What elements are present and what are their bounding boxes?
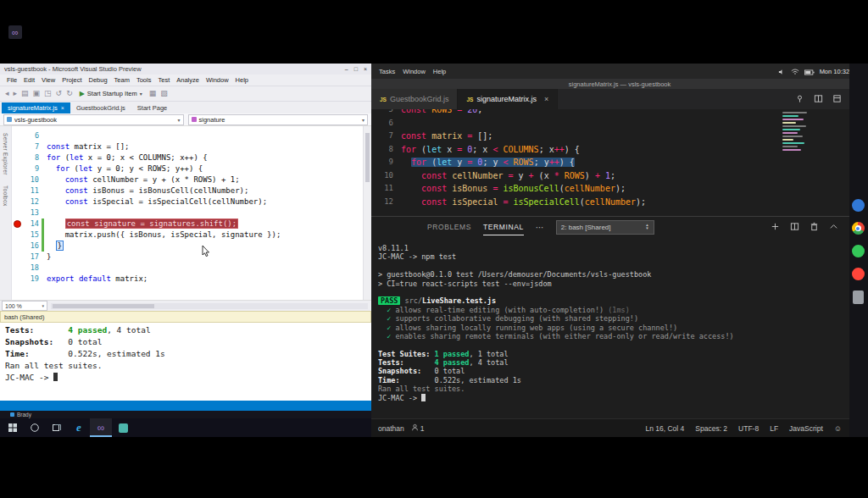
maximize-panel-icon[interactable] bbox=[829, 219, 838, 235]
mac-menu-window[interactable]: Window bbox=[403, 68, 426, 75]
line-number: 6 bbox=[371, 117, 401, 130]
feedback-smiley-icon[interactable]: ☺ bbox=[834, 424, 842, 433]
status-item-ln-16-col-4[interactable]: Ln 16, Col 4 bbox=[645, 424, 684, 433]
vs-menu-help[interactable]: Help bbox=[232, 76, 252, 84]
close-button[interactable]: × bbox=[364, 66, 367, 72]
chrome-icon[interactable] bbox=[852, 222, 865, 235]
shared-terminal-header[interactable]: bash (Shared) bbox=[0, 311, 371, 323]
solution-explorer-icon[interactable]: ▦ bbox=[149, 90, 157, 97]
app-icon-green[interactable] bbox=[852, 245, 865, 257]
start-debugging-button[interactable]: ▶ Start Startup Item ▾ bbox=[77, 90, 145, 97]
mac-menu-help[interactable]: Help bbox=[433, 68, 446, 75]
breakpoint-dot bbox=[14, 220, 21, 228]
app-icon-red[interactable] bbox=[852, 268, 865, 280]
zoom-control[interactable]: 100 % ▾ bbox=[2, 301, 47, 311]
app-icon-blue[interactable] bbox=[852, 199, 865, 212]
terminal-selector-value: 2: bash [Shared] bbox=[561, 224, 611, 231]
new-terminal-icon[interactable] bbox=[771, 219, 780, 235]
terminal-text: LiveShare.test.js bbox=[422, 296, 496, 305]
task-view-icon[interactable] bbox=[46, 418, 68, 437]
save-icon[interactable]: ◳ bbox=[44, 90, 52, 97]
status-item-spaces-2[interactable]: Spaces: 2 bbox=[695, 424, 727, 433]
minimap[interactable] bbox=[782, 112, 818, 152]
vs-code-editor[interactable]: 67const matrix = [];8for (let x = 0; x <… bbox=[12, 126, 363, 300]
volume-icon[interactable] bbox=[778, 64, 786, 79]
vs-horizontal-scrollbar[interactable] bbox=[51, 303, 368, 309]
project-dropdown[interactable]: vsls-guestbook ▾ bbox=[3, 114, 184, 125]
terminal-text: , 4 total bbox=[469, 358, 508, 367]
battery-icon[interactable] bbox=[804, 64, 815, 79]
properties-icon[interactable]: ▧ bbox=[160, 90, 168, 97]
code-token: matrix.push({ isBonus, isSpecial, signat… bbox=[47, 230, 281, 239]
split-editor-icon[interactable] bbox=[814, 94, 823, 105]
kill-terminal-icon[interactable] bbox=[810, 219, 819, 235]
code-token: ( bbox=[70, 164, 79, 173]
trash-icon[interactable] bbox=[853, 290, 864, 304]
vscode-tab-signaturematrix-js[interactable]: JSsignatureMatrix.js× bbox=[458, 89, 558, 109]
wifi-icon[interactable] bbox=[791, 64, 799, 79]
terminal-selector-dropdown[interactable]: 2: bash [Shared]▲▼ bbox=[556, 220, 654, 235]
app-icon[interactable] bbox=[112, 418, 134, 437]
panel-tab-terminal[interactable]: TERMINAL bbox=[483, 219, 524, 235]
side-tab-toolbox[interactable]: Toolbox bbox=[3, 185, 8, 207]
participant-name: Brady bbox=[17, 412, 31, 418]
status-item-lf[interactable]: LF bbox=[770, 424, 778, 433]
vs-menu-window[interactable]: Window bbox=[203, 76, 232, 84]
editor-layout-icon[interactable] bbox=[832, 94, 842, 105]
open-file-icon[interactable]: ▣ bbox=[33, 90, 41, 97]
code-token: []; bbox=[477, 131, 492, 141]
split-terminal-icon[interactable] bbox=[790, 219, 799, 235]
navigate-forward-icon[interactable]: ▸ bbox=[14, 90, 18, 97]
visual-studio-logo-icon[interactable]: ∞ bbox=[8, 25, 22, 39]
start-icon[interactable] bbox=[2, 418, 24, 437]
liveshare-participants[interactable]: 1 bbox=[411, 423, 425, 433]
vs-tab-signaturematrix-js[interactable]: signatureMatrix.js× bbox=[2, 102, 70, 113]
vs-tab-guestbookgrid-js[interactable]: GuestbookGrid.js bbox=[70, 102, 131, 113]
scope-dropdown[interactable]: signature ▾ bbox=[188, 114, 369, 125]
signed-in-user[interactable]: onathan bbox=[378, 424, 404, 433]
navigate-back-icon[interactable]: ◂ bbox=[5, 90, 9, 97]
change-bar bbox=[42, 274, 44, 285]
code-token: cellNumber bbox=[452, 171, 503, 180]
undo-icon[interactable]: ↺ bbox=[56, 90, 63, 97]
vs-menu-tools[interactable]: Tools bbox=[133, 76, 155, 84]
vs-tab-start-page[interactable]: Start Page bbox=[131, 102, 173, 113]
vs-editor-scrollbar[interactable] bbox=[363, 126, 371, 300]
cortana-search-icon[interactable] bbox=[24, 418, 46, 437]
maximize-button[interactable]: □ bbox=[354, 66, 358, 72]
change-bar bbox=[42, 219, 44, 230]
pin-icon[interactable] bbox=[795, 94, 804, 105]
code-token: x = 0; x < COLUMNS; x++) { bbox=[83, 153, 207, 162]
vs-menu-debug[interactable]: Debug bbox=[86, 76, 111, 84]
vs-menu-project[interactable]: Project bbox=[58, 76, 85, 84]
edge-icon[interactable]: e bbox=[68, 418, 90, 437]
mac-menu-tasks[interactable]: Tasks bbox=[379, 68, 395, 75]
line-number: 9 bbox=[371, 156, 401, 169]
macos-screen: TasksWindowHelp Mon 10:32 AM signatureMa… bbox=[371, 64, 868, 437]
redo-icon[interactable]: ↻ bbox=[66, 90, 73, 97]
status-item-utf-8[interactable]: UTF-8 bbox=[738, 424, 759, 433]
more-icon[interactable]: ⋯ bbox=[536, 223, 544, 232]
vs-menu-edit[interactable]: Edit bbox=[20, 76, 38, 84]
close-icon[interactable]: × bbox=[61, 105, 64, 111]
code-token: = bbox=[503, 171, 518, 180]
vs-menu-view[interactable]: View bbox=[38, 76, 58, 84]
vscode-tab-guestbookgrid-js[interactable]: JSGuestbookGrid.js bbox=[371, 89, 458, 109]
breakpoint-indicator[interactable] bbox=[12, 220, 22, 228]
close-icon[interactable]: × bbox=[544, 95, 548, 103]
vs-shared-terminal[interactable]: Tests: 4 passed, 4 totalSnapshots: 0 tot… bbox=[0, 323, 371, 401]
vs-menu-analyze[interactable]: Analyze bbox=[173, 76, 203, 84]
chevron-down-icon: ▾ bbox=[140, 91, 142, 97]
panel-tab-problems[interactable]: PROBLEMS bbox=[427, 219, 471, 235]
vs-menu-team[interactable]: Team bbox=[111, 76, 133, 84]
side-tab-server-explorer[interactable]: Server Explorer bbox=[3, 133, 8, 175]
code-line: 7const matrix = []; bbox=[12, 141, 363, 152]
vscode-editor[interactable]: 5const ROWS = 20;67const matrix = [];8fo… bbox=[371, 109, 868, 216]
status-item-javascript[interactable]: JavaScript bbox=[789, 424, 823, 433]
vs-menu-test[interactable]: Test bbox=[154, 76, 173, 84]
vscode-terminal[interactable]: v8.11.1JC-MAC -> npm test > guestbook@0.… bbox=[371, 237, 868, 418]
minimize-button[interactable]: – bbox=[345, 66, 348, 72]
new-file-icon[interactable]: ▤ bbox=[21, 90, 29, 97]
vs-menu-file[interactable]: File bbox=[3, 76, 20, 84]
visual-studio-icon[interactable]: ∞ bbox=[90, 418, 112, 437]
